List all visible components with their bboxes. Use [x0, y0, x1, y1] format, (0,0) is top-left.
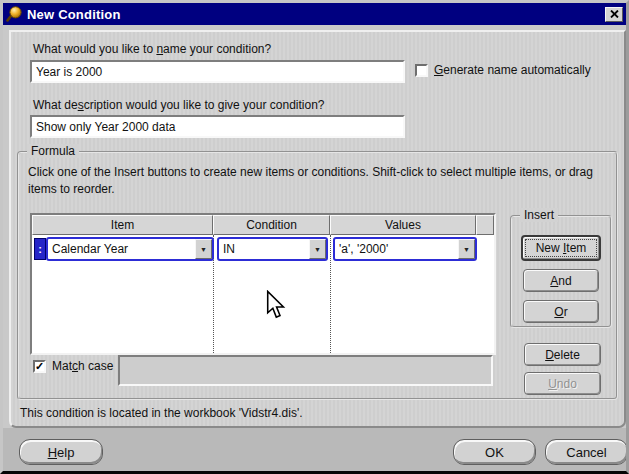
condition-dropdown-value: IN: [219, 239, 309, 259]
insert-legend: Insert: [520, 208, 558, 222]
cancel-button[interactable]: Cancel: [545, 439, 628, 465]
and-label: And: [550, 274, 571, 288]
ok-button[interactable]: OK: [453, 439, 536, 465]
item-dropdown-value: Calendar Year: [48, 239, 195, 259]
chevron-down-icon[interactable]: ▼: [195, 239, 212, 259]
chevron-down-icon[interactable]: ▼: [458, 239, 475, 259]
condition-description-input[interactable]: Show only Year 2000 data: [30, 115, 405, 138]
delete-button[interactable]: Delete: [524, 343, 601, 366]
and-button[interactable]: And: [523, 269, 599, 292]
help-label: Help: [48, 445, 75, 460]
chevron-down-icon[interactable]: ▼: [309, 239, 326, 259]
new-item-button[interactable]: New Item: [521, 235, 601, 261]
match-case-value-field: [118, 355, 493, 386]
description-question-label: What description would you like to give …: [33, 98, 325, 112]
close-icon: [610, 10, 619, 18]
condition-table[interactable]: Item Condition Values : Calendar Year ▼ …: [30, 213, 496, 355]
new-item-label: New Item: [536, 241, 587, 255]
formula-legend: Formula: [27, 144, 79, 158]
condition-description-value: Show only Year 2000 data: [36, 120, 175, 134]
match-case-checkbox[interactable]: ✓ Match case: [33, 359, 113, 373]
column-divider: [330, 235, 331, 353]
condition-name-input[interactable]: Year is 2000: [30, 60, 405, 83]
checkbox-box-checked: ✓: [33, 360, 46, 373]
condition-table-header: Item Condition Values: [32, 215, 494, 235]
values-dropdown[interactable]: 'a', '2000' ▼: [333, 237, 477, 261]
item-dropdown[interactable]: Calendar Year ▼: [46, 237, 214, 261]
generate-name-label: Generate name automatically: [434, 63, 591, 77]
delete-label: Delete: [545, 348, 580, 362]
values-dropdown-value: 'a', '2000': [335, 239, 458, 259]
check-icon: ✓: [35, 361, 44, 372]
or-label: Or: [554, 305, 567, 319]
condition-name-value: Year is 2000: [36, 65, 102, 79]
new-condition-dialog: New Condition What would you like to nam…: [0, 0, 629, 474]
close-button[interactable]: [605, 7, 623, 22]
header-condition[interactable]: Condition: [213, 215, 330, 235]
checkbox-box-unchecked: [415, 64, 428, 77]
magnifier-icon: [6, 6, 23, 22]
generate-name-checkbox[interactable]: Generate name automatically: [415, 63, 591, 77]
window-title: New Condition: [27, 7, 121, 22]
header-values[interactable]: Values: [330, 215, 476, 235]
undo-label: Undo: [548, 377, 577, 391]
undo-button: Undo: [524, 372, 601, 395]
name-question-label: What would you like to name your conditi…: [33, 42, 271, 56]
or-button[interactable]: Or: [523, 300, 599, 323]
condition-dropdown[interactable]: IN ▼: [217, 237, 328, 261]
formula-instructions: Click one of the Insert buttons to creat…: [28, 164, 608, 198]
workbook-status-text: This condition is located in the workboo…: [20, 406, 303, 420]
title-bar: New Condition: [3, 3, 626, 25]
header-item[interactable]: Item: [32, 215, 213, 235]
row-selector-handle[interactable]: :: [34, 238, 46, 260]
header-spacer: [476, 215, 494, 235]
help-button[interactable]: Help: [19, 439, 103, 465]
match-case-label: Match case: [52, 359, 113, 373]
